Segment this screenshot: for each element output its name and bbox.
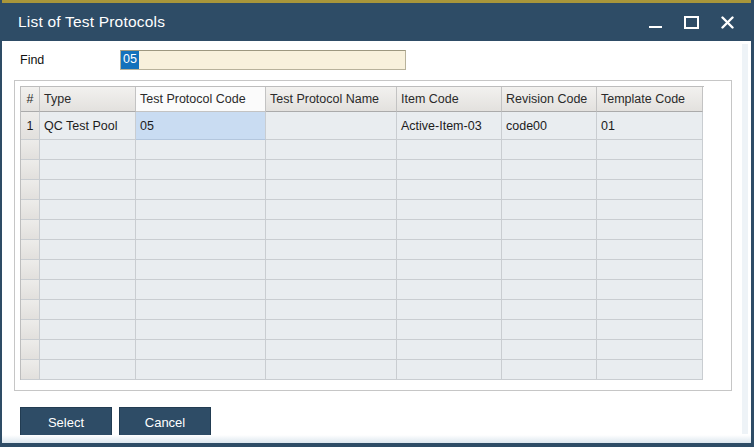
table-cell-empty[interactable] xyxy=(597,280,703,300)
table-cell-empty[interactable] xyxy=(266,340,397,360)
row-number-cell[interactable] xyxy=(21,180,40,200)
table-cell-type[interactable]: QC Test Pool xyxy=(40,112,136,140)
maximize-button[interactable] xyxy=(684,15,699,30)
table-cell-empty[interactable] xyxy=(597,360,703,380)
table-cell-empty[interactable] xyxy=(136,280,266,300)
table-cell-empty[interactable] xyxy=(136,240,266,260)
table-row[interactable]: 1QC Test Pool05Active-Item-03code0001 xyxy=(21,112,704,140)
row-number-cell[interactable] xyxy=(21,280,40,300)
table-row-empty[interactable] xyxy=(21,220,704,240)
table-cell-empty[interactable] xyxy=(502,240,597,260)
table-cell-empty[interactable] xyxy=(40,160,136,180)
row-number-cell[interactable] xyxy=(21,160,40,180)
table-row-empty[interactable] xyxy=(21,240,704,260)
table-cell-empty[interactable] xyxy=(40,280,136,300)
table-cell-empty[interactable] xyxy=(597,160,703,180)
column-header-test-protocol-code[interactable]: Test Protocol Code xyxy=(136,87,266,112)
cancel-button[interactable]: Cancel xyxy=(119,407,211,437)
table-cell-empty[interactable] xyxy=(397,220,502,240)
table-cell-empty[interactable] xyxy=(397,180,502,200)
table-cell-empty[interactable] xyxy=(597,340,703,360)
row-number-cell[interactable] xyxy=(21,340,40,360)
column-header-template-code[interactable]: Template Code xyxy=(597,87,703,112)
table-row-empty[interactable] xyxy=(21,160,704,180)
table-cell-empty[interactable] xyxy=(266,260,397,280)
table-cell-empty[interactable] xyxy=(266,360,397,380)
table-row-empty[interactable] xyxy=(21,360,704,380)
table-cell-empty[interactable] xyxy=(597,180,703,200)
table-cell-empty[interactable] xyxy=(502,260,597,280)
table-row-empty[interactable] xyxy=(21,300,704,320)
table-cell-empty[interactable] xyxy=(502,160,597,180)
table-cell-empty[interactable] xyxy=(397,200,502,220)
table-cell-empty[interactable] xyxy=(397,300,502,320)
table-cell-empty[interactable] xyxy=(136,340,266,360)
table-cell-template-code[interactable]: 01 xyxy=(597,112,703,140)
table-cell-empty[interactable] xyxy=(40,240,136,260)
table-cell-revision-code[interactable]: code00 xyxy=(502,112,597,140)
table-cell-empty[interactable] xyxy=(40,140,136,160)
table-cell-empty[interactable] xyxy=(266,200,397,220)
table-cell-empty[interactable] xyxy=(136,360,266,380)
table-cell-empty[interactable] xyxy=(40,320,136,340)
table-cell-empty[interactable] xyxy=(597,300,703,320)
column-header-test-protocol-name[interactable]: Test Protocol Name xyxy=(266,87,397,112)
table-cell-empty[interactable] xyxy=(397,340,502,360)
table-cell-empty[interactable] xyxy=(266,160,397,180)
table-cell-empty[interactable] xyxy=(597,140,703,160)
table-cell-empty[interactable] xyxy=(597,200,703,220)
table-cell-empty[interactable] xyxy=(397,280,502,300)
table-cell-empty[interactable] xyxy=(502,180,597,200)
titlebar[interactable]: List of Test Protocols xyxy=(2,3,751,41)
table-cell-empty[interactable] xyxy=(40,340,136,360)
table-cell-empty[interactable] xyxy=(502,340,597,360)
row-number-cell[interactable] xyxy=(21,360,40,380)
row-number-cell[interactable] xyxy=(21,220,40,240)
table-cell-empty[interactable] xyxy=(502,280,597,300)
column-header-type[interactable]: Type xyxy=(40,87,136,112)
table-cell-empty[interactable] xyxy=(266,280,397,300)
row-number-cell[interactable] xyxy=(21,140,40,160)
find-input[interactable]: 05 xyxy=(120,50,406,70)
table-cell-empty[interactable] xyxy=(397,160,502,180)
row-number-cell[interactable] xyxy=(21,240,40,260)
table-cell-empty[interactable] xyxy=(397,140,502,160)
table-cell-empty[interactable] xyxy=(40,200,136,220)
table-cell-empty[interactable] xyxy=(266,320,397,340)
table-cell-empty[interactable] xyxy=(136,160,266,180)
table-cell-empty[interactable] xyxy=(502,300,597,320)
table-cell-empty[interactable] xyxy=(136,180,266,200)
table-row-empty[interactable] xyxy=(21,320,704,340)
table-cell-empty[interactable] xyxy=(597,320,703,340)
table-row-empty[interactable] xyxy=(21,140,704,160)
table-cell-empty[interactable] xyxy=(502,140,597,160)
table-row-empty[interactable] xyxy=(21,180,704,200)
table-cell-empty[interactable] xyxy=(397,360,502,380)
table-cell-empty[interactable] xyxy=(40,300,136,320)
column-header-revision-code[interactable]: Revision Code xyxy=(502,87,597,112)
table-cell-empty[interactable] xyxy=(266,240,397,260)
table-cell-empty[interactable] xyxy=(136,220,266,240)
table-cell-empty[interactable] xyxy=(136,260,266,280)
row-number-cell[interactable] xyxy=(21,260,40,280)
table-cell-empty[interactable] xyxy=(136,200,266,220)
table-cell-empty[interactable] xyxy=(597,260,703,280)
table-cell-empty[interactable] xyxy=(397,260,502,280)
table-cell-empty[interactable] xyxy=(266,220,397,240)
table-cell-empty[interactable] xyxy=(40,180,136,200)
table-row-empty[interactable] xyxy=(21,280,704,300)
row-number-cell[interactable] xyxy=(21,320,40,340)
table-row-empty[interactable] xyxy=(21,200,704,220)
table-cell-empty[interactable] xyxy=(502,220,597,240)
table-cell-empty[interactable] xyxy=(397,320,502,340)
table-cell-empty[interactable] xyxy=(597,240,703,260)
table-cell-empty[interactable] xyxy=(266,300,397,320)
table-cell-empty[interactable] xyxy=(136,320,266,340)
row-number-cell[interactable]: 1 xyxy=(21,112,40,140)
row-number-cell[interactable] xyxy=(21,200,40,220)
column-header-item-code[interactable]: Item Code xyxy=(397,87,502,112)
table-cell-empty[interactable] xyxy=(40,360,136,380)
minimize-button[interactable] xyxy=(648,15,663,30)
table-cell-item-code[interactable]: Active-Item-03 xyxy=(397,112,502,140)
select-button[interactable]: Select xyxy=(20,407,112,437)
